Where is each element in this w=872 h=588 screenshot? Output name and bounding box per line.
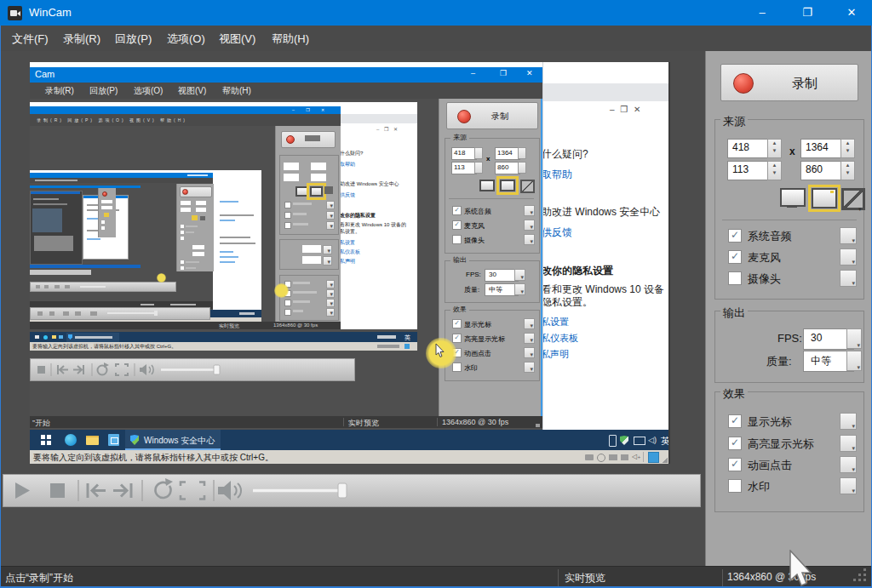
nested1-record-button: 录制 (446, 102, 538, 129)
nested2-taskbar: 英 (30, 332, 417, 342)
captured-frame: – ❐ ✕ 有什么疑问? 获取帮助 帮助改进 Windows 安全中心 提供反馈… (30, 62, 670, 464)
camera-checkbox[interactable] (728, 271, 742, 285)
resize-grip[interactable] (858, 574, 861, 576)
highlight-cursor-checkbox[interactable]: ✓ (728, 437, 742, 450)
nested2-vm-bar: 要将输入定向到该虚拟机，请将鼠标指针移入其中或按 Ctrl+G。 (30, 342, 417, 351)
maximize-button[interactable]: ❐ (788, 0, 827, 26)
security-question: 有什么疑问? (542, 147, 669, 162)
capture-height-input[interactable]: 860 (800, 161, 846, 180)
security-link-dashboard[interactable]: 隐私仪表板 (542, 332, 669, 345)
capture-region-border (541, 99, 542, 428)
capture-x-stepper[interactable]: ▲▼ (767, 139, 782, 158)
window-title: WinCam (29, 6, 72, 19)
security-link-statement[interactable]: 隐私声明 (542, 348, 669, 361)
nested1-minimize: – (471, 69, 475, 77)
status-preview-mode: 实时预览 (565, 571, 605, 585)
security-help-link[interactable]: 获取帮助 (542, 168, 669, 182)
security-improve-text: 帮助改进 Windows 安全中心 (542, 205, 669, 220)
cursor-highlight-halo-l2 (274, 283, 289, 298)
capture-taskbar: Windows 安全中心 ◁) 英 (30, 430, 668, 450)
show-cursor-checkbox[interactable]: ✓ (728, 414, 742, 428)
nested1-toolbar (30, 358, 355, 381)
nested2-security-content: 有什么疑问? 获取帮助 帮助改进 Windows 安全中心 提供反馈 更改你的隐… (341, 150, 417, 265)
vm-resize-grip (662, 457, 668, 463)
security-header-strip (543, 83, 669, 101)
record-button-label: 录制 (792, 76, 818, 92)
capture-y-stepper[interactable]: ▲▼ (767, 161, 782, 180)
menu-view[interactable]: 视图(V) (219, 31, 255, 47)
nested1-status-bar: ”开始 实时预览 1364x860 @ 30 fps (30, 416, 542, 428)
watermark-label: 水印 (748, 479, 770, 494)
output-group: 输出 FPS: 30 质量: 中等 (714, 311, 864, 383)
nested1-maximize: ❐ (500, 69, 507, 77)
system-audio-checkbox[interactable]: ✓ (728, 229, 742, 243)
app-icon (8, 6, 22, 20)
record-icon (733, 73, 754, 94)
microphone-dropdown[interactable] (840, 248, 857, 265)
stop-button (50, 483, 65, 498)
security-content: 有什么疑问? 获取帮助 帮助改进 Windows 安全中心 提供反馈 更改你的隐… (542, 147, 669, 361)
source-group: 来源 418 ▲▼ x 1364 ▲▼ 113 ▲▼ 860 ▲▼ ▾ ✓ 系统… (714, 119, 864, 300)
status-bar: 点击“录制”开始 实时预览 1364x860 @ 30 fps (0, 566, 872, 588)
highlight-cursor-dropdown[interactable] (840, 435, 857, 452)
start-icon (41, 435, 45, 439)
vm-status-text: 要将输入定向到该虚拟机，请将鼠标指针移入其中或按 Ctrl+G。 (33, 452, 273, 464)
menu-options[interactable]: 选项(O) (167, 31, 205, 47)
record-button[interactable]: 录制 (720, 64, 858, 101)
nested-wincam-level2: – ❐ ✕ 录制(R) 回放(P) 选项(O) 视图(V) 帮助(H) (30, 106, 341, 329)
dimension-separator: x (789, 146, 795, 157)
capture-x-input[interactable]: 418 (727, 139, 772, 158)
nested1-menu-item: 视图(V) (178, 85, 206, 97)
screen-mode-icon[interactable] (780, 188, 806, 207)
vm-status-bar: 要将输入定向到该虚拟机，请将鼠标指针移入其中或按 Ctrl+G。 ◁₊ (30, 450, 668, 464)
security-window: – ❐ ✕ 有什么疑问? 获取帮助 帮助改进 Windows 安全中心 提供反馈… (542, 62, 669, 430)
nested1-menu-bar: 录制(R) 回放(P) 选项(O) 视图(V) 帮助(H) (30, 83, 542, 99)
quality-dropdown[interactable] (846, 351, 862, 371)
source-group-label: 来源 (720, 114, 748, 129)
taskbar-active-app: Windows 安全中心 (125, 430, 221, 450)
show-cursor-label: 显示光标 (748, 414, 792, 430)
vm-tool-icon (648, 452, 659, 463)
nested3-security-window (213, 170, 261, 311)
system-audio-dropdown[interactable] (840, 227, 857, 244)
player-toolbar (3, 474, 701, 507)
nested2-menu-bar: 录制(R) 回放(P) 选项(O) 视图(V) 帮助(H) (30, 114, 341, 126)
menu-record[interactable]: 录制(R) (63, 31, 100, 47)
menu-bar: 文件(F) 录制(R) 回放(P) 选项(O) 视图(V) 帮助(H) (0, 26, 872, 51)
animate-click-checkbox[interactable]: ✓ (728, 458, 742, 471)
menu-help[interactable]: 帮助(H) (272, 31, 309, 47)
fps-label: FPS: (777, 332, 802, 345)
animate-click-dropdown[interactable] (840, 456, 857, 473)
window-mode-icon[interactable] (812, 188, 837, 208)
watermark-dropdown[interactable] (840, 477, 857, 494)
nested1-title-bar: Cam – ❐ ✕ (30, 67, 542, 83)
quality-label: 质量: (766, 354, 792, 369)
show-cursor-dropdown[interactable] (840, 413, 857, 430)
defender-shield-icon (130, 435, 139, 445)
microphone-checkbox[interactable]: ✓ (728, 250, 742, 264)
minimize-button[interactable]: – (743, 0, 782, 26)
nested2-body (30, 126, 341, 322)
play-button (15, 482, 30, 499)
menu-play[interactable]: 回放(P) (115, 31, 152, 47)
wincam-window: WinCam – ❐ ✕ 文件(F) 录制(R) 回放(P) 选项(O) 视图(… (0, 0, 872, 588)
fps-dropdown[interactable] (846, 328, 862, 349)
nested1-menu-item: 帮助(H) (222, 85, 251, 97)
nested2-security-window: – ❐ ✕ 有什么疑问? 获取帮助 帮助改进 Windows 安全中心 提供反馈… (341, 102, 417, 329)
camera-dropdown[interactable] (840, 270, 857, 287)
close-button[interactable]: ✕ (832, 0, 871, 26)
capture-y-input[interactable]: 113 (727, 161, 772, 180)
security-feedback-link[interactable]: 提供反馈 (542, 225, 669, 240)
nested4-taskbar (30, 265, 141, 268)
captured-cursor-icon (435, 344, 445, 358)
capture-width-stepper[interactable]: ▲▼ (840, 139, 855, 158)
volume-icon (218, 481, 241, 500)
capture-height-stepper[interactable]: ▲▼ (840, 161, 855, 180)
menu-file[interactable]: 文件(F) (12, 31, 49, 47)
output-group-label: 输出 (720, 305, 748, 321)
capture-width-input[interactable]: 1364 (800, 139, 846, 158)
system-audio-label: 系统音频 (748, 229, 792, 244)
security-link-settings[interactable]: 隐私设置 (542, 316, 669, 328)
skip-end-button (113, 483, 131, 498)
watermark-checkbox[interactable] (728, 479, 742, 493)
